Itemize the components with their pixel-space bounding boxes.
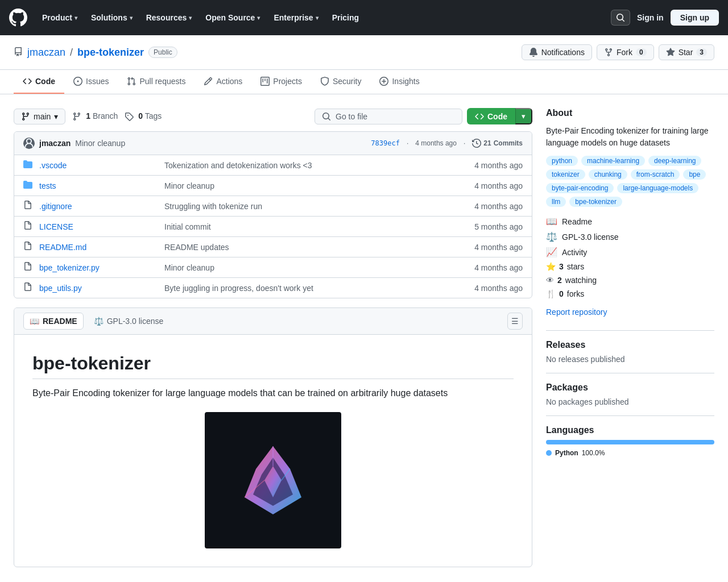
repo-visibility-badge: Public bbox=[148, 47, 177, 58]
tag[interactable]: bpe-tokenizer bbox=[569, 197, 622, 207]
law-icon: ⚖️ bbox=[94, 317, 104, 326]
readme-menu-button[interactable]: ☰ bbox=[507, 313, 523, 330]
releases-section: Releases No releases published bbox=[546, 340, 714, 364]
nav-solutions[interactable]: Solutions ▾ bbox=[85, 10, 138, 26]
tag[interactable]: from-scratch bbox=[631, 169, 680, 180]
readme-tabs: 📖 README ⚖️ GPL-3.0 license ☰ bbox=[14, 308, 532, 335]
tag[interactable]: tokenizer bbox=[546, 169, 585, 180]
branch-selector[interactable]: main ▾ bbox=[14, 109, 65, 124]
file-name[interactable]: tests bbox=[39, 181, 164, 190]
commits-link[interactable]: 21 Commits bbox=[472, 139, 523, 148]
repo-owner[interactable]: jmaczan bbox=[27, 47, 65, 59]
github-logo[interactable] bbox=[9, 9, 27, 27]
tag[interactable]: bpe bbox=[683, 169, 706, 180]
file-commit-message: Initial commit bbox=[164, 222, 474, 231]
commit-author[interactable]: jmaczan bbox=[39, 139, 71, 148]
file-name[interactable]: LICENSE bbox=[39, 222, 164, 231]
readme-tab-readme[interactable]: 📖 README bbox=[23, 313, 84, 330]
tab-security[interactable]: Security bbox=[311, 70, 371, 94]
tag[interactable]: large-language-models bbox=[617, 183, 698, 193]
tag[interactable]: chunking bbox=[589, 169, 627, 180]
repo-header: jmaczan / bpe-tokenizer Public Notificat… bbox=[0, 35, 728, 70]
commit-age: 4 months ago bbox=[415, 139, 457, 147]
repo-actions: Notifications Fork 0 Star 3 bbox=[522, 44, 714, 60]
readme-image bbox=[32, 412, 514, 548]
file-age: 4 months ago bbox=[474, 161, 523, 170]
repo-icon bbox=[14, 47, 23, 58]
notifications-button[interactable]: Notifications bbox=[522, 44, 592, 60]
nav-enterprise[interactable]: Enterprise ▾ bbox=[268, 10, 324, 26]
file-age: 4 months ago bbox=[474, 243, 523, 252]
tab-insights[interactable]: Insights bbox=[370, 70, 428, 94]
book-icon: 📖 bbox=[546, 216, 557, 227]
languages-title: Languages bbox=[546, 425, 714, 435]
tag[interactable]: byte-pair-encoding bbox=[546, 183, 614, 193]
file-name[interactable]: .vscode bbox=[39, 161, 164, 170]
tag[interactable]: deep-learning bbox=[648, 156, 701, 166]
repo-name[interactable]: bpe-tokenizer bbox=[77, 47, 144, 59]
packages-none: No packages published bbox=[546, 397, 714, 406]
file-commit-message: Minor cleanup bbox=[164, 181, 474, 190]
license-link[interactable]: ⚖️ GPL-3.0 license bbox=[546, 231, 714, 242]
tab-projects[interactable]: Projects bbox=[251, 70, 311, 94]
forks-stat: 🍴 0 forks bbox=[546, 289, 714, 298]
tab-code[interactable]: Code bbox=[14, 70, 64, 94]
go-to-file-button[interactable]: Go to file bbox=[315, 109, 462, 124]
table-row: .vscodeTokenization and detokenization w… bbox=[14, 155, 532, 176]
branch-count: 1 Branch bbox=[72, 111, 118, 121]
tab-issues[interactable]: Issues bbox=[64, 70, 118, 94]
law-icon: ⚖️ bbox=[546, 231, 557, 242]
fork-button[interactable]: Fork 0 bbox=[597, 44, 654, 60]
chevron-down-icon: ▾ bbox=[316, 15, 318, 21]
file-commit-message: Struggling with tokenize run bbox=[164, 202, 474, 211]
report-repository-link[interactable]: Report repository bbox=[546, 307, 714, 317]
star-icon: ⭐ bbox=[546, 262, 556, 271]
table-row: bpe_utils.pyByte juggling in progress, d… bbox=[14, 278, 532, 298]
nav-resources[interactable]: Resources ▾ bbox=[140, 10, 198, 26]
eye-icon: 👁 bbox=[546, 276, 554, 285]
table-row: .gitignoreStruggling with tokenize run4 … bbox=[14, 196, 532, 217]
tag[interactable]: machine-learning bbox=[581, 156, 645, 166]
releases-title: Releases bbox=[546, 340, 714, 350]
tag-count: 0 Tags bbox=[125, 111, 162, 121]
file-icon bbox=[23, 282, 35, 293]
code-dropdown-button[interactable]: ▾ bbox=[515, 108, 532, 124]
divider bbox=[546, 330, 714, 331]
table-row: bpe_tokenizer.pyMinor cleanup4 months ag… bbox=[14, 257, 532, 278]
about-description: Byte-Pair Encoding tokenizer for trainin… bbox=[546, 125, 714, 149]
chevron-down-icon: ▾ bbox=[257, 15, 260, 21]
tab-pull-requests[interactable]: Pull requests bbox=[118, 70, 195, 94]
tag[interactable]: python bbox=[546, 156, 578, 166]
chevron-down-icon: ▾ bbox=[522, 112, 526, 120]
tag[interactable]: llm bbox=[546, 197, 566, 207]
packages-section: Packages No packages published bbox=[546, 383, 714, 406]
file-name[interactable]: bpe_utils.py bbox=[39, 284, 164, 293]
languages-section: Languages Python 100.0% bbox=[546, 425, 714, 457]
sign-up-button[interactable]: Sign up bbox=[671, 10, 719, 26]
tab-actions[interactable]: Actions bbox=[195, 70, 251, 94]
nav-open-source[interactable]: Open Source ▾ bbox=[200, 10, 266, 26]
language-bar bbox=[546, 440, 714, 444]
sign-in-button[interactable]: Sign in bbox=[637, 13, 664, 22]
file-icon bbox=[23, 262, 35, 273]
tags-list: pythonmachine-learningdeep-learningtoken… bbox=[546, 156, 714, 207]
code-main-button[interactable]: Code bbox=[467, 108, 515, 124]
releases-none: No releases published bbox=[546, 355, 714, 364]
commit-message: Minor cleanup bbox=[75, 139, 125, 148]
file-name[interactable]: .gitignore bbox=[39, 202, 164, 211]
activity-link[interactable]: 📈 Activity bbox=[546, 247, 714, 257]
file-name[interactable]: README.md bbox=[39, 243, 164, 252]
search-button[interactable] bbox=[611, 10, 630, 26]
readme-tab-license[interactable]: ⚖️ GPL-3.0 license bbox=[88, 313, 169, 330]
nav-product[interactable]: Product ▾ bbox=[36, 10, 83, 26]
divider bbox=[546, 415, 714, 416]
readme-link[interactable]: 📖 Readme bbox=[546, 216, 714, 227]
nav-pricing[interactable]: Pricing bbox=[326, 10, 365, 26]
star-button[interactable]: Star 3 bbox=[659, 44, 714, 60]
commit-hash[interactable]: 7839ecf bbox=[371, 139, 400, 147]
file-age: 4 months ago bbox=[474, 284, 523, 293]
file-commit-message: Minor cleanup bbox=[164, 263, 474, 272]
language-legend: Python 100.0% bbox=[546, 449, 714, 457]
stars-stat: ⭐ 3 stars bbox=[546, 262, 714, 271]
file-name[interactable]: bpe_tokenizer.py bbox=[39, 263, 164, 272]
